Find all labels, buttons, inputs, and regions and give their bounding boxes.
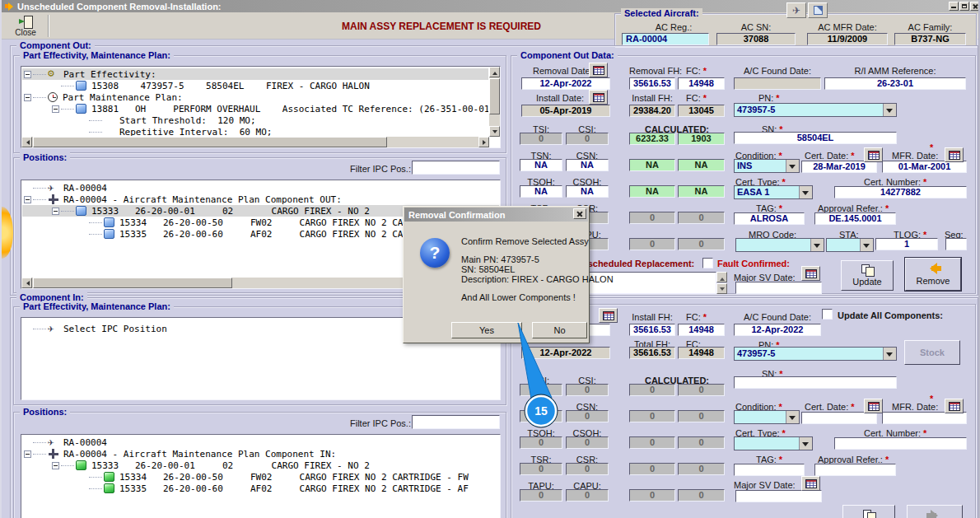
major-sv-date-field[interactable] bbox=[735, 490, 822, 502]
tree-row[interactable]: Part Effectivity: bbox=[22, 68, 488, 80]
mfr-date-calendar-button[interactable] bbox=[945, 399, 964, 413]
no-button[interactable]: No bbox=[532, 322, 587, 338]
dropdown-arrow-icon[interactable] bbox=[799, 437, 812, 450]
dropdown-arrow-icon[interactable] bbox=[786, 411, 799, 423]
counter-field[interactable]: 0 bbox=[566, 489, 609, 502]
counter-field[interactable]: 0 bbox=[520, 436, 562, 449]
dropdown-arrow-icon[interactable] bbox=[883, 348, 896, 360]
major-sv-calendar-button[interactable] bbox=[801, 266, 820, 281]
mfr-date-field[interactable] bbox=[882, 412, 967, 424]
approval-field[interactable] bbox=[814, 464, 896, 476]
scroll-up-arrow[interactable] bbox=[489, 67, 500, 77]
vertical-scrollbar[interactable] bbox=[489, 67, 500, 137]
counter-field[interactable]: 0 bbox=[678, 489, 725, 502]
update-all-components-checkbox[interactable] bbox=[822, 309, 833, 320]
scroll-down-arrow[interactable] bbox=[489, 126, 500, 137]
ac-reg-field[interactable]: RA-00004 bbox=[622, 33, 709, 45]
scroll-thumb[interactable] bbox=[33, 137, 387, 147]
counter-field[interactable]: 1903 bbox=[678, 133, 725, 145]
counter-field[interactable]: 0 bbox=[629, 489, 675, 502]
tree-row[interactable]: 15334 26-20-00-50 FW02 CARGO FIREX NO 2 … bbox=[22, 471, 499, 483]
counter-field[interactable]: 0 bbox=[520, 133, 562, 145]
counter-field[interactable]: NA bbox=[520, 159, 562, 171]
counter-field[interactable]: 0 bbox=[566, 133, 609, 145]
dialog-close-icon[interactable] bbox=[573, 208, 586, 219]
counter-field[interactable]: 0 bbox=[520, 489, 562, 502]
cert-date-calendar-button[interactable] bbox=[864, 147, 883, 162]
out-effectivity-tree[interactable]: Part Effectivity: 15308 473957-5 58504EL… bbox=[21, 66, 501, 148]
sta-combo[interactable] bbox=[826, 238, 874, 252]
tree-row[interactable]: RA-00004 bbox=[22, 436, 499, 448]
cert-date-field[interactable] bbox=[801, 412, 877, 424]
counter-field[interactable]: 0 bbox=[629, 410, 675, 422]
pn-combo[interactable]: 473957-5 bbox=[734, 103, 897, 117]
cert-date-field[interactable]: 28-Mar-2019 bbox=[801, 161, 877, 173]
scroll-thumb[interactable] bbox=[33, 278, 232, 288]
counter-field[interactable]: 0 bbox=[520, 384, 562, 396]
seq-field[interactable] bbox=[945, 238, 967, 250]
tlog-field[interactable]: 1 bbox=[875, 238, 938, 250]
removal-date-calendar-button[interactable] bbox=[589, 63, 608, 77]
counter-field[interactable]: 6232.33 bbox=[629, 133, 675, 145]
counter-field[interactable]: NA bbox=[566, 185, 609, 198]
dropdown-arrow-icon[interactable] bbox=[883, 104, 896, 116]
counter-field[interactable]: NA bbox=[566, 159, 609, 171]
pn-combo[interactable]: 473957-5 bbox=[734, 347, 897, 361]
counter-field[interactable]: 0 bbox=[520, 410, 562, 422]
install-fh-field[interactable]: 35616.53 bbox=[629, 324, 675, 336]
update-button[interactable]: Update bbox=[841, 260, 894, 291]
counter-field[interactable]: 0 bbox=[566, 384, 609, 396]
counter-field[interactable]: 0 bbox=[678, 436, 725, 449]
mro-code-combo[interactable] bbox=[735, 238, 824, 252]
tree-expander-icon[interactable] bbox=[24, 450, 31, 458]
in-positions-tree[interactable]: RA-00004 RA-00004 - Aircraft Maintenance… bbox=[21, 434, 501, 518]
dropdown-arrow-icon[interactable] bbox=[860, 239, 873, 251]
restore-button[interactable] bbox=[959, 2, 969, 11]
dialog-title-bar[interactable]: Removal Confirmation bbox=[404, 208, 588, 222]
scroll-right-arrow[interactable] bbox=[478, 137, 489, 147]
tree-row[interactable]: Repetitive Interval: 60 MO; bbox=[22, 126, 488, 136]
yes-button[interactable]: Yes bbox=[451, 322, 522, 338]
counter-field[interactable]: 0 bbox=[678, 410, 725, 422]
tree-expander-icon[interactable] bbox=[52, 105, 59, 113]
counter-field[interactable]: 0 bbox=[520, 463, 562, 475]
tree-row[interactable]: RA-00004 - Aircraft Maintenance Plan Com… bbox=[22, 448, 499, 460]
ri-amm-field[interactable]: 26-23-01 bbox=[824, 77, 966, 90]
textarea-scroll-up[interactable] bbox=[716, 272, 727, 282]
cert-number-field[interactable]: 14277882 bbox=[834, 186, 967, 198]
counter-field[interactable]: 0 bbox=[678, 384, 725, 396]
window-close-button[interactable] bbox=[970, 2, 980, 11]
tree-row[interactable]: 15333 26-20-00-01 02 CARGO FIREX - NO 2 bbox=[22, 460, 499, 471]
counter-field[interactable]: NA bbox=[678, 159, 725, 171]
install-fc-field[interactable]: 14948 bbox=[678, 324, 725, 336]
filter-ipc-input[interactable] bbox=[412, 415, 500, 429]
counter-field[interactable]: NA bbox=[678, 185, 725, 198]
tree-row[interactable]: 13881 OH PERFORM OVERHAUL Associated TC … bbox=[22, 103, 488, 114]
counter-field[interactable]: NA bbox=[629, 159, 675, 171]
scroll-thumb[interactable] bbox=[489, 78, 500, 114]
tree-expander-icon[interactable] bbox=[52, 208, 59, 215]
tag-field[interactable] bbox=[734, 464, 805, 476]
fault-confirmed-checkbox[interactable] bbox=[702, 258, 713, 268]
counter-field[interactable]: 0 bbox=[629, 463, 675, 475]
tree-row[interactable]: RA-00004 bbox=[22, 182, 499, 194]
tree-row[interactable]: 15308 473957-5 58504EL FIREX - CARGO HAL… bbox=[22, 80, 488, 91]
tree-expander-icon[interactable] bbox=[24, 71, 31, 78]
tree-expander-icon[interactable] bbox=[52, 462, 59, 469]
cert-date-calendar-button[interactable] bbox=[864, 399, 883, 413]
mfr-date-calendar-button[interactable] bbox=[945, 147, 964, 162]
horizontal-scrollbar[interactable] bbox=[21, 137, 489, 147]
sn-field[interactable] bbox=[734, 376, 897, 389]
dropdown-arrow-icon[interactable] bbox=[799, 186, 812, 198]
cert-type-combo[interactable] bbox=[734, 436, 813, 450]
tree-row[interactable]: 15335 26-20-00-60 AF02 CARGO FIREX NO 2 … bbox=[22, 483, 499, 494]
install-button[interactable] bbox=[907, 505, 963, 518]
install-date-calendar-button[interactable] bbox=[589, 90, 608, 105]
counter-field[interactable]: 0 bbox=[629, 436, 675, 449]
approval-field[interactable]: DE.145.0001 bbox=[814, 212, 896, 225]
cert-number-field[interactable] bbox=[834, 437, 967, 450]
counter-field[interactable]: 0 bbox=[566, 410, 609, 422]
update-button[interactable] bbox=[842, 505, 895, 518]
counter-field[interactable]: 0 bbox=[678, 463, 725, 475]
scroll-left-arrow[interactable] bbox=[21, 278, 32, 288]
